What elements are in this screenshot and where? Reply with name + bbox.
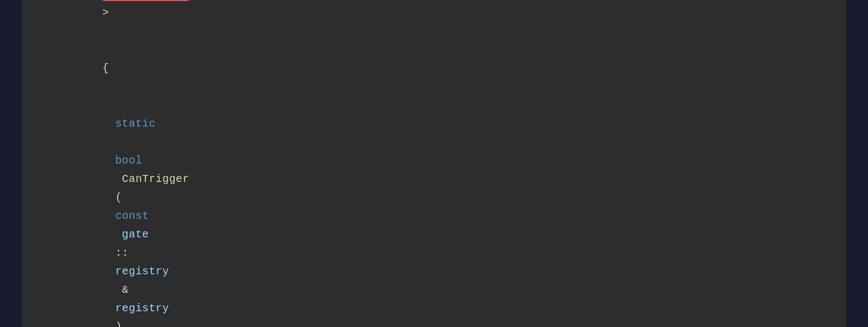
line-struct-2: struct TriggerHelper < Fetcher , R(Args … <box>49 0 819 41</box>
highlight-r-args: R(Args ... ) <box>102 0 189 1</box>
code-container: namespace details { template < typename … <box>22 0 846 327</box>
line-static-bool: static bool CanTrigger ( const gate :: r… <box>49 96 819 327</box>
code-block: namespace details { template < typename … <box>49 0 819 327</box>
line-struct-open: { <box>49 41 819 96</box>
